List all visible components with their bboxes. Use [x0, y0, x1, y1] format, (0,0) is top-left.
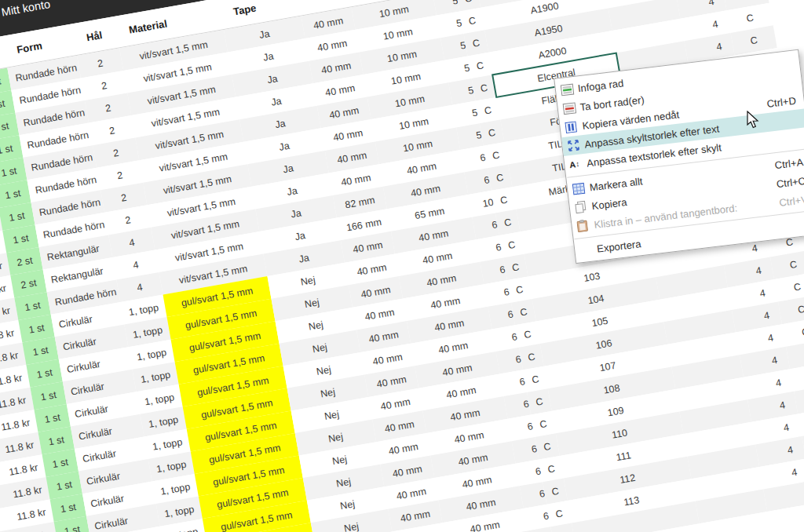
copy-icon: [574, 199, 593, 213]
context-menu: Infoga radTa bort rad(er)Kopiera värden …: [554, 49, 804, 264]
mouse-cursor-icon: [744, 111, 762, 129]
menu-item-shortcut: Ctrl+A: [774, 156, 804, 171]
resize-sign-icon: [567, 138, 586, 152]
menu-icon-spacer: [579, 242, 598, 257]
menu-item-shortcut: Ctrl+C: [776, 174, 804, 189]
text-size-icon: A↕: [568, 157, 587, 171]
app-viewport: Mitt konto Form Hål Material Tape 11.8 k…: [0, 0, 804, 532]
insert-row-icon: [560, 82, 579, 96]
fill-down-icon: [565, 119, 583, 133]
header-form: Form: [9, 31, 87, 56]
paste-icon: [576, 218, 595, 232]
nav-item-mitt-konto[interactable]: Mitt konto: [1, 0, 52, 19]
menu-item-shortcut: Ctrl+V: [779, 193, 804, 208]
menu-item-shortcut: Ctrl+D: [766, 94, 797, 109]
rotated-scene: Mitt konto Form Hål Material Tape 11.8 k…: [0, 0, 775, 53]
header-tape: Tape: [232, 0, 312, 17]
header-qty: [0, 50, 11, 56]
delete-row-icon: [562, 100, 581, 115]
select-all-icon: [572, 181, 590, 195]
header-hal: Hål: [86, 24, 130, 43]
